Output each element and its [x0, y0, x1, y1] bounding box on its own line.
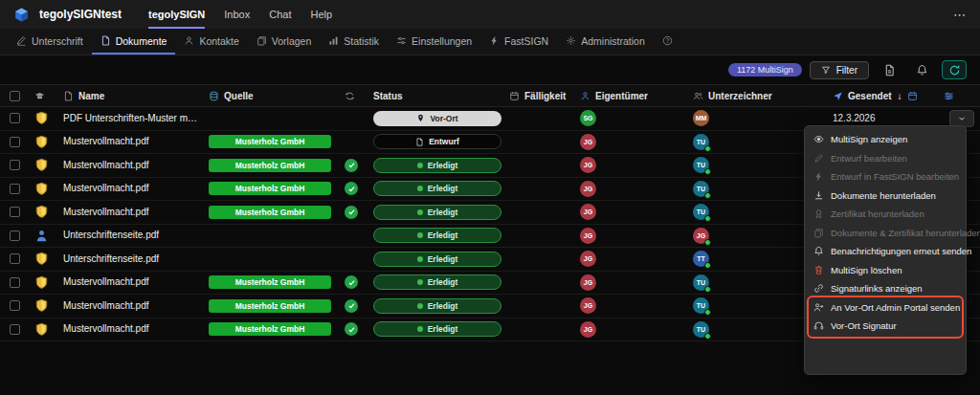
row-checkbox[interactable] — [10, 184, 20, 194]
signer-avatar: TT — [693, 251, 709, 267]
menu-item-vor-ort-signatur[interactable]: Vor-Ort Signatur — [805, 317, 966, 336]
column-settings-icon[interactable] — [944, 91, 954, 101]
signer-column-icon — [693, 91, 703, 101]
top-nav-chat[interactable]: Chat — [269, 0, 291, 29]
document-name: Mustervollmacht.pdf — [63, 130, 209, 154]
filter-button[interactable]: Filter — [810, 61, 869, 79]
column-header-quelle[interactable]: Quelle — [224, 91, 254, 101]
column-header-status[interactable]: Status — [373, 91, 403, 101]
sort-indicator: ↓ — [898, 91, 902, 101]
menu-item-multisign-anzeigen[interactable]: MultiSign anzeigen — [805, 130, 966, 149]
column-header-gesendet[interactable]: Gesendet — [848, 91, 892, 101]
tab-help[interactable] — [654, 29, 681, 55]
owner-avatar: SG — [580, 110, 596, 126]
owner-column-icon — [580, 91, 590, 101]
menu-item-label: Zertifikat herunterladen — [831, 208, 924, 219]
tab-statistik[interactable]: Statistik — [320, 29, 388, 55]
menu-item-dokumente-zertifikat-herunterladen: Dokumente & Zertifikat herunterladen — [805, 224, 966, 243]
status-pill-erledigt: Erledigt — [373, 298, 501, 314]
more-options-icon[interactable]: ⋯ — [953, 8, 967, 22]
status-dot — [417, 326, 423, 332]
menu-item-an-vor-ort-admin-portal-senden[interactable]: An Vor-Ort Admin Portal senden — [805, 298, 966, 318]
tab-fastsign[interactable]: FastSIGN — [480, 29, 557, 55]
statistik-icon — [328, 35, 339, 46]
status-label: Erledigt — [428, 161, 458, 170]
menu-item-multisign-loeschen[interactable]: MultiSign löschen — [805, 261, 966, 280]
online-presence-dot — [704, 215, 711, 222]
multisign-count-badge[interactable]: 1172 MultiSign — [728, 63, 802, 77]
tab-dokumente[interactable]: Dokumente — [92, 29, 176, 55]
document-name: Mustervollmacht.pdf — [63, 295, 209, 318]
column-header-unterzeichner[interactable]: Unterzeichner — [708, 91, 772, 101]
tab-label: Dokumente — [116, 35, 167, 47]
column-header-faelligkeit[interactable]: Fälligkeit — [524, 91, 566, 101]
select-all-checkbox[interactable] — [10, 91, 20, 101]
row-checkbox[interactable] — [10, 207, 20, 217]
shield-icon — [34, 322, 49, 337]
tab-label: Unterschrift — [32, 35, 83, 47]
export-button[interactable] — [877, 60, 902, 79]
tab-administration[interactable]: Administration — [557, 29, 654, 55]
status-pill-erledigt: Erledigt — [373, 252, 501, 267]
row-checkbox[interactable] — [10, 160, 20, 170]
menu-item-dokumente-herunterladen[interactable]: Dokumente herunterladen — [805, 187, 966, 206]
top-nav-inbox[interactable]: Inbox — [224, 0, 250, 29]
status-pill-erledigt: Erledigt — [373, 274, 501, 290]
status-dot — [417, 279, 423, 285]
menu-item-benachrichtigungen-erneut-senden[interactable]: Benachrichtigungen erneut senden — [805, 242, 966, 261]
tab-kontakte[interactable]: Kontakte — [175, 29, 247, 55]
row-checkbox[interactable] — [10, 253, 20, 264]
document-name: Mustervollmacht.pdf — [63, 318, 209, 341]
shield-icon — [34, 205, 49, 219]
location-pin-icon — [416, 114, 425, 122]
menu-item-label: MultiSign anzeigen — [831, 134, 907, 144]
signer-avatar: TU — [693, 321, 709, 338]
status-dot — [417, 209, 423, 215]
templates-icon — [256, 35, 267, 46]
menu-item-label: Dokumente herunterladen — [831, 190, 936, 201]
row-checkbox[interactable] — [10, 113, 20, 123]
menu-item-label: Entwurf in FastSIGN bearbeiten — [831, 171, 959, 182]
tab-einstellungen[interactable]: Einstellungen — [388, 29, 480, 55]
row-checkbox[interactable] — [10, 324, 20, 335]
tab-vorlagen[interactable]: Vorlagen — [248, 29, 320, 55]
menu-item-label: Entwurf bearbeiten — [831, 153, 907, 164]
source-column-icon — [209, 91, 219, 101]
row-checkbox[interactable] — [10, 277, 20, 288]
notifications-button[interactable] — [909, 60, 934, 79]
status-pill-erledigt: Erledigt — [373, 228, 501, 243]
document-name: Mustervollmacht.pdf — [63, 201, 209, 225]
bell-icon — [813, 246, 824, 256]
status-dot — [417, 256, 423, 262]
top-nav: tegolySIGNInboxChatHelp — [148, 0, 332, 29]
refresh-button[interactable] — [942, 60, 967, 79]
source-badge: Musterholz GmbH — [209, 182, 331, 195]
owner-avatar: JG — [580, 157, 596, 173]
tab-unterschrift[interactable]: Unterschrift — [8, 29, 92, 55]
link-icon — [813, 283, 824, 294]
headset-icon — [813, 320, 824, 331]
row-checkbox[interactable] — [10, 137, 20, 147]
status-label: Erledigt — [428, 277, 458, 287]
document-icon — [100, 35, 111, 46]
status-label: Erledigt — [428, 208, 458, 217]
due-column-icon — [509, 91, 520, 101]
fastsign-icon — [813, 171, 824, 182]
document-name: Unterschriftenseite.pdf — [63, 248, 209, 272]
top-nav-help[interactable]: Help — [310, 0, 332, 29]
owner-avatar: JG — [580, 134, 596, 150]
owner-avatar: JG — [580, 251, 596, 267]
user-icon — [34, 229, 49, 243]
owner-avatar: JG — [580, 274, 596, 291]
column-header-name[interactable]: Name — [78, 91, 104, 101]
signer-avatar: TU — [693, 134, 709, 150]
export-document-icon — [883, 64, 896, 77]
signer-avatar: TU — [693, 297, 709, 314]
top-nav-tegolysign[interactable]: tegolySIGN — [148, 0, 205, 29]
row-checkbox[interactable] — [10, 230, 20, 241]
row-checkbox[interactable] — [10, 300, 20, 311]
sync-column-icon[interactable] — [345, 91, 355, 101]
column-header-eigentuemer[interactable]: Eigentümer — [595, 91, 648, 101]
status-pill-entwurf: Entwurf — [373, 134, 501, 149]
menu-item-signaturlinks-anzeigen[interactable]: Signaturlinks anzeigen — [805, 279, 966, 298]
